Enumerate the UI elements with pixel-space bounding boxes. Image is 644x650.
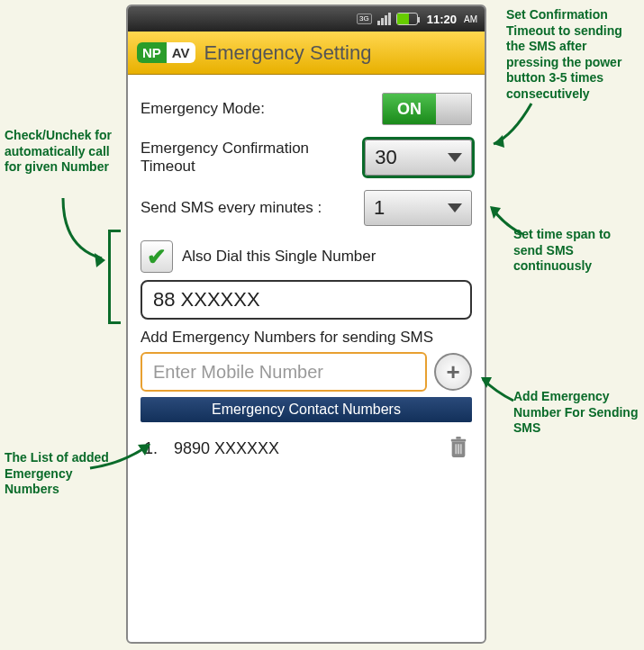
- annotation-timeout: Set Confirmation Timeout to sending the …: [506, 7, 641, 102]
- network-3g-icon: 3G: [357, 14, 372, 24]
- dial-number-value: 88 XXXXXX: [153, 288, 260, 311]
- mobile-number-input[interactable]: Enter Mobile Number: [141, 352, 427, 392]
- svg-rect-1: [458, 444, 459, 454]
- status-time: 11:20: [427, 13, 457, 26]
- chevron-down-icon: [448, 153, 462, 162]
- status-ampm: AM: [464, 14, 477, 24]
- contacts-list-header: Emergency Contact Numbers: [141, 397, 472, 422]
- app-logo: NP AV: [137, 42, 195, 63]
- app-header: NP AV Emergency Setting: [128, 32, 485, 75]
- dial-number-input[interactable]: 88 XXXXXX: [141, 280, 472, 320]
- add-number-button[interactable]: +: [434, 353, 472, 391]
- plus-icon: +: [446, 358, 459, 386]
- logo-np: NP: [137, 42, 167, 63]
- dial-checkbox[interactable]: ✔: [141, 240, 173, 273]
- timeout-row: Emergency Confirmation Timeout 30: [141, 140, 472, 176]
- svg-rect-0: [455, 444, 457, 454]
- page-title: Emergency Setting: [204, 41, 372, 65]
- arrow-icon: [486, 99, 540, 153]
- toggle-on-label: ON: [383, 94, 436, 124]
- sms-interval-value: 1: [374, 196, 385, 220]
- emergency-mode-toggle[interactable]: ON: [382, 93, 472, 125]
- delete-button[interactable]: [449, 435, 468, 463]
- svg-marker-5: [494, 135, 504, 148]
- dial-checkbox-row: ✔ Also Dial this Single Number: [141, 240, 472, 273]
- toggle-off-side: [436, 94, 471, 124]
- list-item-number: 9890 XXXXXX: [174, 439, 279, 458]
- add-numbers-label: Add Emergency Numbers for sending SMS: [141, 329, 472, 347]
- timeout-dropdown[interactable]: 30: [365, 140, 472, 176]
- arrow-icon: [486, 203, 531, 239]
- emergency-mode-label: Emergency Mode:: [141, 100, 265, 118]
- svg-rect-3: [451, 439, 467, 442]
- chevron-down-icon: [448, 203, 462, 212]
- arrow-icon: [59, 194, 113, 266]
- timeout-label: Emergency Confirmation Timeout: [141, 140, 365, 176]
- timeout-value: 30: [375, 146, 396, 169]
- sms-interval-label: Send SMS every minutes :: [141, 199, 322, 217]
- dial-checkbox-label: Also Dial this Single Number: [182, 248, 376, 266]
- svg-rect-4: [456, 437, 461, 439]
- svg-marker-6: [95, 253, 105, 267]
- battery-icon: [396, 13, 418, 25]
- annotation-add: Add Emergency Number For Sending SMS: [513, 389, 639, 437]
- sms-interval-dropdown[interactable]: 1: [364, 190, 472, 226]
- annotation-sms-span: Set time span to send SMS continuously: [513, 227, 639, 275]
- phone-frame: 3G 11:20 AM NP AV Emergency Setting Emer…: [126, 5, 486, 644]
- signal-icon: [377, 13, 391, 25]
- content-area: Emergency Mode: ON Emergency Confirmatio…: [128, 75, 485, 484]
- list-item: 1. 9890 XXXXXX: [141, 422, 472, 475]
- add-number-row: Enter Mobile Number +: [141, 352, 472, 392]
- arrow-icon: [86, 441, 158, 477]
- logo-av: AV: [167, 42, 195, 63]
- annotation-check: Check/Unchek for automatically call for …: [5, 128, 122, 176]
- svg-rect-2: [460, 444, 462, 454]
- emergency-mode-row: Emergency Mode: ON: [141, 93, 472, 125]
- check-icon: ✔: [147, 243, 167, 271]
- arrow-icon: [477, 374, 522, 410]
- sms-interval-row: Send SMS every minutes : 1: [141, 190, 472, 226]
- trash-icon: [449, 435, 468, 458]
- status-bar: 3G 11:20 AM: [128, 6, 485, 32]
- mobile-placeholder: Enter Mobile Number: [153, 362, 323, 383]
